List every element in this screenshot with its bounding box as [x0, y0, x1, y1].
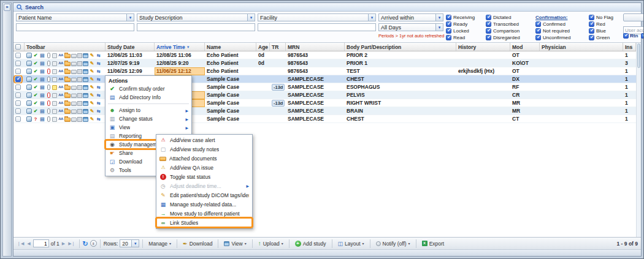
vertical-scrollbar[interactable]	[636, 43, 641, 237]
prev-page-button[interactable]: ◀	[26, 241, 31, 246]
row-checkbox[interactable]	[15, 53, 21, 58]
confirm-icon[interactable]: ?	[33, 116, 39, 122]
column-header-study-date[interactable]: Study Date	[105, 43, 155, 51]
share-row-icon[interactable]: ⇆	[96, 68, 102, 75]
display-icon[interactable]	[83, 85, 88, 90]
menu-item-add-directory-info[interactable]: ▤Add Directory Info	[105, 93, 191, 102]
arrived-within-value-select[interactable]: All Days▾	[378, 23, 443, 31]
column-header-history[interactable]: History	[456, 43, 510, 51]
import-icon[interactable]	[26, 116, 32, 122]
select-all-checkbox[interactable]	[15, 44, 21, 50]
share-row-icon[interactable]: ⇆	[96, 76, 102, 83]
filter-field-select-facility[interactable]: Facility▾	[258, 13, 376, 21]
display-icon[interactable]	[83, 117, 88, 122]
attachment-icon[interactable]	[47, 69, 50, 74]
column-header-name[interactable]: Name	[205, 43, 256, 51]
checkbox-checked-icon[interactable]	[486, 28, 491, 34]
print-icon[interactable]	[71, 78, 77, 82]
display-icon[interactable]	[83, 53, 88, 58]
menu-item-assign-to[interactable]: ☻Assign to▶	[105, 106, 191, 114]
import-icon[interactable]	[26, 61, 32, 66]
view-report-icon[interactable]: ▤	[39, 52, 45, 59]
save-icon[interactable]	[77, 109, 82, 114]
view-report-icon[interactable]: ▤	[39, 116, 45, 122]
view-report-icon[interactable]: ▤	[39, 68, 45, 75]
display-icon[interactable]	[83, 101, 88, 106]
checkbox-checked-icon[interactable]	[623, 33, 629, 39]
attachment-icon[interactable]	[47, 108, 50, 114]
expand-sidebar-button[interactable]: »	[4, 4, 10, 11]
checkbox-checked-icon[interactable]	[486, 21, 491, 27]
confirm-icon[interactable]: ✔	[33, 52, 39, 59]
menu-item-manage-study-related-data[interactable]: ▦Manage study-related data...	[156, 200, 252, 209]
notify-button[interactable]: Notify (off)▾	[374, 239, 413, 248]
row-checkbox[interactable]	[15, 84, 21, 90]
menu-item-view[interactable]: ▣View▶	[105, 123, 191, 132]
folder-icon[interactable]	[64, 70, 71, 74]
save-icon[interactable]	[77, 77, 82, 82]
checkbox-checked-icon[interactable]	[486, 35, 491, 40]
confirm-icon[interactable]: ✔	[33, 68, 39, 75]
confirm-icon[interactable]: ✔	[33, 100, 39, 107]
notes-icon[interactable]	[52, 109, 57, 114]
menu-item-add-view-qa-issue[interactable]: ⚠Add/view QA issue	[156, 163, 252, 172]
view-report-icon[interactable]: ▤	[39, 92, 45, 99]
checkbox-checked-icon[interactable]	[446, 15, 451, 20]
filter-value-input-patient-name[interactable]	[16, 23, 134, 31]
case-alert-icon[interactable]: AA	[58, 60, 64, 67]
checkbox-checked-icon[interactable]	[535, 35, 541, 40]
attachment-icon[interactable]	[47, 61, 50, 66]
filter-this-tab-button[interactable]: Filter this tab ▾	[623, 13, 644, 21]
edit-icon[interactable]: ✎	[89, 108, 95, 114]
scrollbar-thumb[interactable]	[637, 43, 640, 68]
folder-icon[interactable]	[64, 94, 71, 98]
view-report-icon[interactable]: ▤	[39, 84, 45, 91]
column-header-select-all[interactable]	[13, 43, 25, 51]
notes-icon[interactable]	[52, 117, 57, 122]
menu-item-attached-documents[interactable]: Attached documents	[156, 154, 252, 163]
import-icon[interactable]	[26, 53, 32, 58]
confirm-icon[interactable]: ✔	[33, 76, 39, 83]
notes-icon[interactable]	[52, 53, 57, 58]
filter-value-input-study-description[interactable]	[137, 23, 255, 31]
manage-button[interactable]: Manage▾	[146, 239, 174, 248]
filter-field-select-study-description[interactable]: Study Description▾	[137, 13, 255, 21]
import-icon[interactable]	[26, 69, 32, 74]
menu-item-move-study-to-different-patient[interactable]: →Move study to different patient	[156, 209, 252, 218]
menu-item-edit-patient-study-dicom-tags-identifiers[interactable]: ✎Edit patient/study DICOM tags/identifie…	[156, 190, 252, 200]
table-row[interactable]: ✔▤AA✎⇆11/06/25 12:0911/06/25 12:12Echo P…	[13, 67, 641, 75]
attachment-icon[interactable]	[47, 116, 50, 122]
save-icon[interactable]	[77, 69, 82, 74]
folder-icon[interactable]	[64, 118, 71, 122]
folder-icon[interactable]	[64, 102, 71, 106]
add-study-button[interactable]: +Add study	[293, 239, 329, 248]
rows-per-page-select[interactable]: 20 ▾	[120, 239, 139, 247]
row-checkbox[interactable]	[15, 61, 21, 66]
filter-field-select-arrived-within[interactable]: Arrived within▾	[378, 13, 443, 21]
view-report-icon[interactable]: ▤	[39, 108, 45, 114]
checkbox-checked-icon[interactable]	[589, 15, 594, 20]
upload-button[interactable]: ↑Upload▾	[256, 239, 286, 248]
column-header-body-part[interactable]: Body Part/Description	[345, 43, 456, 51]
print-icon[interactable]	[71, 86, 77, 90]
row-checkbox[interactable]	[15, 77, 21, 82]
import-icon[interactable]	[26, 92, 32, 98]
edit-icon[interactable]: ✎	[89, 52, 95, 59]
share-row-icon[interactable]: ⇆	[96, 116, 102, 122]
edit-icon[interactable]: ✎	[89, 76, 95, 83]
save-icon[interactable]	[77, 53, 82, 58]
search-panel-header[interactable]: Search	[13, 3, 641, 12]
attachment-icon[interactable]	[47, 84, 50, 90]
confirm-icon[interactable]: ✔	[33, 60, 39, 67]
folder-icon[interactable]	[64, 78, 71, 82]
print-icon[interactable]	[71, 62, 77, 66]
notes-icon[interactable]	[52, 69, 57, 74]
display-icon[interactable]	[83, 93, 88, 98]
download-button[interactable]: ✒Download	[180, 239, 215, 248]
notes-icon[interactable]	[52, 61, 57, 66]
display-icon[interactable]	[83, 77, 88, 82]
share-row-icon[interactable]: ⇆	[96, 52, 102, 59]
notes-icon[interactable]	[52, 93, 57, 98]
print-icon[interactable]	[71, 110, 77, 114]
checkbox-checked-icon[interactable]	[446, 28, 451, 34]
